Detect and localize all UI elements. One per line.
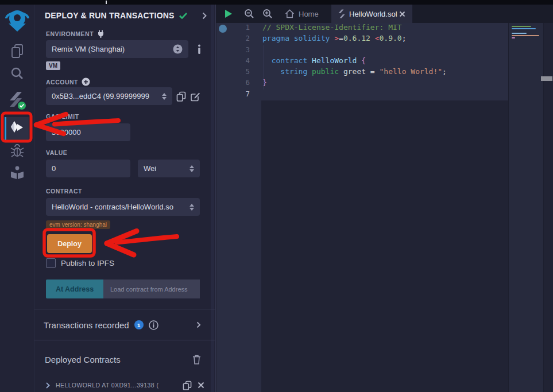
zoom-in-icon[interactable] — [262, 9, 273, 19]
files-icon — [10, 43, 25, 59]
transactions-recorded-label: Transactions recorded — [44, 320, 129, 330]
breakpoint-dot[interactable] — [219, 25, 227, 33]
item-chevron-icon[interactable] — [46, 382, 50, 389]
environment-select[interactable]: Remix VM (Shanghai) — [46, 40, 188, 58]
bug-icon — [10, 143, 25, 159]
value-label: VALUE — [46, 149, 67, 156]
deployed-contract-title: HELLOWORLD AT 0XD91...39138 ( — [56, 382, 177, 389]
trash-icon[interactable] — [192, 355, 201, 364]
info-icon[interactable] — [196, 44, 203, 54]
transactions-count-badge: 1 — [134, 320, 144, 329]
close-icon[interactable] — [198, 382, 204, 389]
sidebar-item-solidity-compiler[interactable] — [0, 91, 34, 111]
sidebar-item-search[interactable] — [0, 66, 34, 81]
code-lines: // SPDX-License-Identifier: MITpragma so… — [261, 23, 508, 100]
icon-sidebar — [0, 5, 34, 392]
sidebar-item-debugger[interactable] — [0, 143, 34, 159]
evm-version-badge: evm version: shanghai — [46, 220, 110, 229]
divider — [34, 340, 215, 340]
panel-collapse-chevron-icon[interactable] — [202, 12, 207, 20]
remix-logo[interactable] — [0, 8, 34, 34]
editor-gutter: 1234567 — [216, 23, 261, 392]
gas-limit-input[interactable]: 3000000 — [46, 123, 130, 141]
plus-circle-icon[interactable] — [82, 77, 90, 86]
check-icon — [179, 13, 187, 19]
account-label: ACCOUNT — [46, 77, 90, 86]
panel-title: DEPLOY & RUN TRANSACTIONS — [45, 11, 175, 20]
deploy-button[interactable]: Deploy — [47, 234, 92, 253]
gas-limit-label: GAS LIMIT — [46, 113, 79, 120]
sidebar-item-deploy-run[interactable] — [0, 121, 34, 135]
deploy-run-icon — [9, 121, 25, 135]
contract-select[interactable]: HelloWorld - contracts/HelloWorld.so — [46, 198, 200, 216]
tab-home[interactable]: Home — [277, 5, 327, 23]
expand-chevron-icon[interactable] — [196, 321, 201, 328]
zoom-out-icon[interactable] — [244, 9, 254, 19]
divider — [34, 309, 215, 309]
info-circle-icon[interactable] — [149, 320, 158, 330]
remix-logo-icon — [4, 8, 30, 34]
run-script-icon[interactable] — [224, 9, 233, 18]
copy-icon[interactable] — [183, 381, 192, 390]
at-address-button[interactable]: At Address — [46, 280, 103, 298]
minimap[interactable] — [508, 23, 543, 392]
deployed-contracts-label: Deployed Contracts — [45, 355, 192, 364]
indent-guide — [264, 45, 264, 90]
deploy-run-panel: DEPLOY & RUN TRANSACTIONS ENVIRONMENT Re… — [34, 5, 215, 392]
select-caret-icon — [190, 204, 194, 211]
code-area[interactable]: // SPDX-License-Identifier: MITpragma so… — [261, 23, 508, 100]
account-select[interactable]: 0x5B3...eddC4 (99.99999999 — [46, 87, 172, 105]
contract-label: CONTRACT — [46, 188, 82, 195]
minimap-code — [509, 23, 543, 39]
select-caret-icon — [162, 93, 167, 100]
top-strip — [0, 0, 553, 5]
publish-ipfs-checkbox[interactable] — [46, 258, 56, 268]
tab-helloworld-sol[interactable]: HelloWorld.sol — [331, 5, 412, 23]
plug-icon — [97, 30, 105, 38]
remix-ide-window: DEPLOY & RUN TRANSACTIONS ENVIRONMENT Re… — [0, 0, 553, 392]
home-icon — [285, 9, 295, 18]
solidity-compiler-icon — [8, 91, 26, 111]
close-tab-icon[interactable] — [399, 11, 405, 17]
sidebar-item-learneth[interactable] — [0, 165, 34, 181]
topbar-caret — [106, 1, 107, 4]
panel-scrollbar[interactable] — [211, 5, 214, 392]
editor-scrollbar-thumb[interactable] — [541, 76, 552, 81]
gutter-numbers: 1234567 — [216, 23, 261, 100]
tab-label: HelloWorld.sol — [349, 10, 397, 18]
deployed-contract-item[interactable]: HELLOWORLD AT 0XD91...39138 ( — [46, 377, 204, 392]
solidity-file-icon — [338, 9, 345, 18]
code-editor[interactable]: Home HelloWorld.sol 1234567 — [215, 5, 553, 392]
publish-ipfs-label: Publish to IPFS — [61, 259, 114, 267]
edit-icon[interactable] — [190, 91, 200, 102]
search-icon — [10, 66, 25, 81]
copy-icon[interactable] — [176, 91, 186, 102]
select-caret-circle-icon — [173, 44, 183, 54]
value-input[interactable]: 0 — [46, 160, 130, 177]
tab-separator — [412, 5, 412, 23]
value-unit-select[interactable]: Wei — [138, 160, 200, 177]
at-address-input[interactable]: Load contract from Address — [103, 280, 200, 298]
editor-tabbar: Home HelloWorld.sol — [216, 5, 553, 23]
select-caret-icon — [190, 165, 194, 172]
environment-label: ENVIRONMENT — [46, 30, 105, 38]
book-reader-icon — [9, 165, 25, 181]
sidebar-item-file-explorer[interactable] — [0, 43, 34, 59]
vm-badge: VM — [46, 61, 60, 70]
